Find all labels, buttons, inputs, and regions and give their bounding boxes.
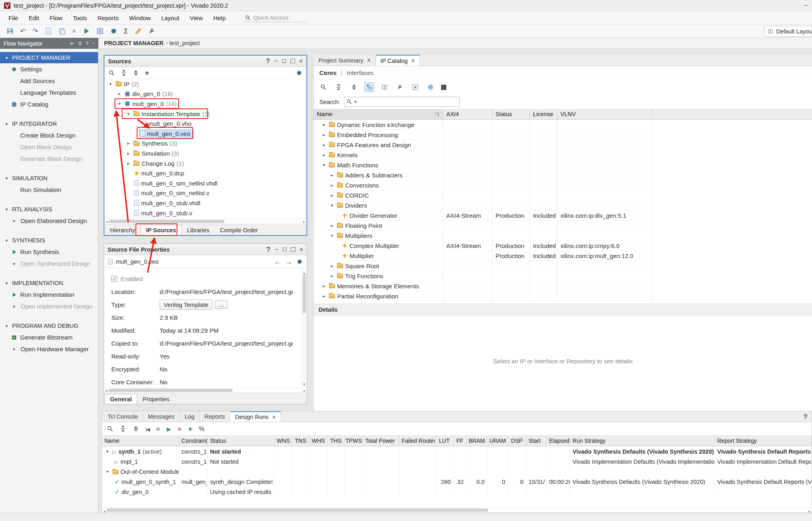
tab-messages[interactable]: Messages <box>143 411 180 422</box>
collapse-all-icon[interactable] <box>121 70 127 76</box>
chevron-right-icon[interactable] <box>329 173 335 178</box>
catalog-row[interactable]: Adders & Subtracters <box>314 170 652 180</box>
undo-icon[interactable] <box>20 28 26 35</box>
column-whs[interactable]: WHS <box>310 436 327 446</box>
column-status[interactable]: Status <box>492 109 530 119</box>
menu-reports[interactable]: Reports <box>92 13 124 23</box>
tab-libraries[interactable]: Libraries <box>182 225 214 235</box>
column-axi4[interactable]: AXI4 <box>443 109 492 119</box>
chevron-down-icon[interactable] <box>125 111 131 117</box>
nav-open-elaborated-design[interactable]: Open Elaborated Design <box>0 215 98 227</box>
tree-row-stub-v[interactable]: mult_gen_0_stub.v <box>104 208 306 218</box>
close-tab-icon[interactable] <box>411 57 415 64</box>
menu-flow[interactable]: Flow <box>44 13 68 23</box>
section-implementation[interactable]: IMPLEMENTATION <box>0 277 98 289</box>
step-forward-icon[interactable] <box>177 425 181 432</box>
tab-tcl-console[interactable]: Tcl Console <box>103 411 143 422</box>
create-run-icon[interactable] <box>188 425 192 433</box>
interfaces-link[interactable]: Interfaces <box>347 69 373 76</box>
vertical-scrollbar[interactable] <box>302 269 307 387</box>
properties-panel-header[interactable]: Source File Properties <box>104 244 307 255</box>
delete-icon[interactable] <box>72 27 77 35</box>
tab-compile-order[interactable]: Compile Order <box>215 225 262 235</box>
nav-settings[interactable]: Settings <box>0 63 98 75</box>
column-failed-routes[interactable]: Failed Routes <box>399 436 435 446</box>
scrollbar-thumb[interactable] <box>303 275 306 313</box>
catalog-row[interactable]: Memories & Storage Elements <box>314 281 652 291</box>
maximize-panel-icon[interactable] <box>290 59 295 63</box>
chevron-down-icon[interactable] <box>104 449 110 454</box>
redo-icon[interactable] <box>32 28 38 35</box>
catalog-row[interactable]: Partial Reconfiguration <box>314 291 652 301</box>
tree-row-sim-netlist-vhdl[interactable]: mult_gen_0_sim_netlist.vhdl <box>104 178 306 188</box>
enabled-checkbox[interactable]: ✓ <box>111 276 117 282</box>
column-dsp[interactable]: DSP <box>508 436 526 446</box>
percent-icon[interactable] <box>199 425 204 432</box>
column-ff[interactable]: FF <box>454 436 466 446</box>
two-columns-icon[interactable] <box>380 82 389 92</box>
default-layout-button[interactable]: Default Layou <box>764 26 812 37</box>
chevron-down-icon[interactable] <box>321 163 327 168</box>
catalog-row[interactable]: Conversions <box>314 180 652 190</box>
close-tab-icon[interactable] <box>367 57 371 64</box>
group-by-category-icon[interactable] <box>364 82 374 92</box>
catalog-row[interactable]: Dynamic Function eXchange <box>314 120 652 130</box>
nav-run-synthesis[interactable]: Run Synthesis <box>0 246 98 258</box>
tree-row-ip[interactable]: IP(2) <box>104 79 306 89</box>
run-row-ooc-group[interactable]: Out-of-Context Module Runs <box>102 467 812 477</box>
column-start[interactable]: Start <box>526 436 547 446</box>
nav-add-sources[interactable]: Add Sources <box>0 75 98 87</box>
column-constraints[interactable]: Constraints <box>179 436 208 446</box>
chevron-right-icon[interactable] <box>321 294 327 299</box>
chevron-right-icon[interactable] <box>321 142 327 148</box>
float-panel-icon[interactable] <box>283 248 287 251</box>
chevron-right-icon[interactable] <box>11 218 17 223</box>
catalog-row-divider-generator[interactable]: Divider GeneratorAXI4-StreamProductionIn… <box>314 210 652 221</box>
column-tpws[interactable]: TPWS <box>345 436 363 446</box>
default-part-icon[interactable] <box>441 85 446 90</box>
nav-run-simulation[interactable]: Run Simulation <box>0 184 98 196</box>
scroll-down-icon[interactable] <box>303 380 305 387</box>
column-run-strategy[interactable]: Run Strategy <box>570 436 715 446</box>
report-icon[interactable] <box>45 27 52 35</box>
scroll-left-icon[interactable] <box>105 388 107 393</box>
tree-row-sim-netlist-v[interactable]: mult_gen_0_sim_netlist.v <box>104 188 306 198</box>
catalog-row[interactable]: CORDIC <box>314 190 652 200</box>
chevron-right-icon[interactable] <box>321 122 327 127</box>
tab-general[interactable]: General <box>105 394 137 404</box>
horizontal-scrollbar[interactable] <box>104 219 306 224</box>
chevron-down-icon[interactable] <box>108 81 114 87</box>
tree-row-vho[interactable]: mult_gen_0.vho <box>104 119 306 129</box>
expand-all-icon[interactable] <box>349 82 359 92</box>
catalog-row-multiplier[interactable]: MultiplierProductionIncludedxilinx.com:i… <box>314 251 652 261</box>
chevron-right-icon[interactable] <box>329 263 335 269</box>
scrollbar-thumb[interactable] <box>108 389 233 392</box>
tab-ip-catalog[interactable]: IP Catalog <box>376 55 420 66</box>
catalog-row[interactable]: FPGA Features and Design <box>314 140 652 150</box>
nav-open-hardware-manager[interactable]: Open Hardware Manager <box>0 343 98 355</box>
scroll-right-icon[interactable] <box>303 219 305 224</box>
cores-link[interactable]: Cores <box>319 69 337 76</box>
column-bram[interactable]: BRAM <box>466 436 487 446</box>
run-row-synth-1[interactable]: synth_1(active) constrs_1 Not started Vi… <box>102 446 812 456</box>
maximize-panel-icon[interactable] <box>291 247 296 252</box>
tab-log[interactable]: Log <box>180 411 200 422</box>
settings-gear-icon[interactable] <box>296 70 302 76</box>
chevron-right-icon[interactable] <box>125 141 131 146</box>
run-icon[interactable] <box>83 27 90 35</box>
search-input[interactable] <box>359 98 457 105</box>
catalog-row[interactable]: Trig Functions <box>314 271 652 281</box>
search-icon[interactable] <box>108 70 115 76</box>
add-repository-icon[interactable] <box>410 82 420 92</box>
collapse-all-icon[interactable] <box>120 425 126 432</box>
nav-ip-catalog[interactable]: IP Catalog <box>0 98 98 110</box>
menu-view[interactable]: View <box>185 13 208 23</box>
chevron-right-icon[interactable] <box>321 283 327 289</box>
copy-icon[interactable] <box>58 27 66 35</box>
chevron-right-icon[interactable] <box>329 193 335 198</box>
horizontal-scrollbar[interactable] <box>104 388 307 393</box>
catalog-row-math-functions[interactable]: Math Functions <box>314 160 652 170</box>
column-uram[interactable]: URAM <box>487 436 508 446</box>
scroll-left-icon[interactable] <box>103 507 105 514</box>
tree-row-mult-gen[interactable]: mult_gen_0(14) <box>104 99 306 109</box>
